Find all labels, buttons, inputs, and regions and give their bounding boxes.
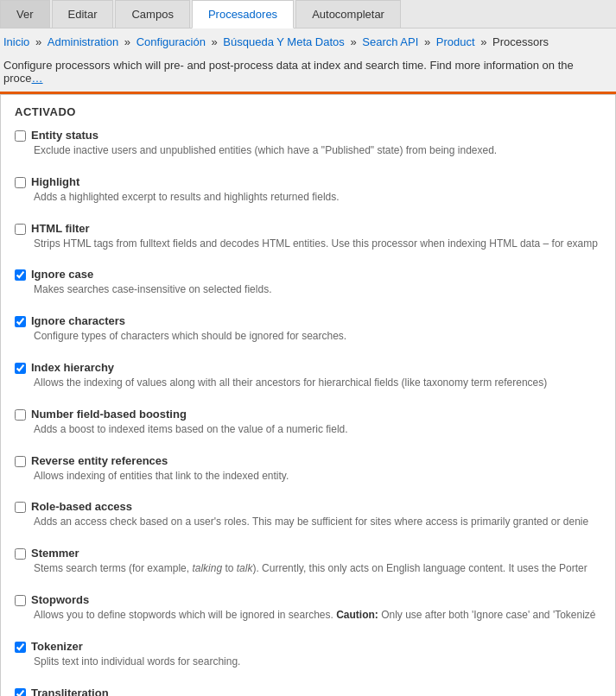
processor-html-filter: HTML filter Strips HTML tags from fullte… xyxy=(15,222,601,260)
processor-desc-ignore-characters: Configure types of characters which shou… xyxy=(34,329,601,344)
breadcrumb-configuracion[interactable]: Configuración xyxy=(137,35,206,48)
processor-ignore-case: Ignore case Makes searches case-insensit… xyxy=(15,268,601,306)
processor-desc-role-access: Adds an access check based on a user's r… xyxy=(34,515,601,529)
more-link[interactable]: … xyxy=(32,72,43,85)
processor-desc-stopwords: Allows you to define stopwords which wil… xyxy=(34,608,601,623)
tab-ver[interactable]: Ver xyxy=(0,0,50,28)
processor-name-html-filter[interactable]: HTML filter xyxy=(31,222,90,235)
breadcrumb: Inicio » Administration » Configuración … xyxy=(0,28,616,55)
processor-reverse-refs: Reverse entity references Allows indexin… xyxy=(15,454,601,492)
checkbox-number-boosting[interactable] xyxy=(15,409,26,421)
processor-stemmer: Stemmer Stems search terms (for example,… xyxy=(15,547,601,585)
processor-name-entity-status[interactable]: Entity status xyxy=(31,129,98,142)
processor-desc-reverse-refs: Allows indexing of entities that link to… xyxy=(34,469,601,484)
checkbox-ignore-characters[interactable] xyxy=(15,316,26,327)
checkbox-ignore-case[interactable] xyxy=(15,269,26,281)
processor-desc-entity-status: Exclude inactive users and unpublished e… xyxy=(34,143,601,158)
sep-6: » xyxy=(480,35,490,48)
sep-2: » xyxy=(124,35,134,48)
tab-campos[interactable]: Campos xyxy=(115,0,189,28)
checkbox-transliteration[interactable] xyxy=(15,688,26,696)
processor-ignore-characters: Ignore characters Configure types of cha… xyxy=(15,314,601,352)
processor-entity-status: Entity status Exclude inactive users and… xyxy=(15,129,601,167)
processor-name-ignore-case[interactable]: Ignore case xyxy=(31,268,93,281)
page-description: Configure processors which will pre- and… xyxy=(0,55,616,94)
checkbox-entity-status[interactable] xyxy=(15,130,26,142)
breadcrumb-busqueda[interactable]: Búsqueda Y Meta Datos xyxy=(223,35,344,48)
processor-desc-tokenizer: Splits text into individual words for se… xyxy=(34,655,601,669)
sep-5: » xyxy=(424,35,434,48)
breadcrumb-inicio[interactable]: Inicio xyxy=(3,35,29,48)
processor-highlight: Highlight Adds a highlighted excerpt to … xyxy=(15,175,601,213)
processor-desc-index-hierarchy: Allows the indexing of values along with… xyxy=(34,376,601,390)
checkbox-reverse-refs[interactable] xyxy=(15,456,26,467)
checkbox-html-filter[interactable] xyxy=(15,224,26,235)
checkbox-highlight[interactable] xyxy=(15,177,26,188)
processor-tokenizer: Tokenizer Splits text into individual wo… xyxy=(15,640,601,678)
tab-editar[interactable]: Editar xyxy=(52,0,114,28)
processor-name-tokenizer[interactable]: Tokenizer xyxy=(31,640,83,653)
processor-transliteration: Transliteration Makes searches insensiti… xyxy=(15,687,601,696)
breadcrumb-product[interactable]: Product xyxy=(436,35,475,48)
processor-desc-highlight: Adds a highlighted excerpt to results an… xyxy=(34,190,601,205)
processor-desc-html-filter: Strips HTML tags from fulltext fields an… xyxy=(34,237,601,251)
main-content: ACTIVADO Entity status Exclude inactive … xyxy=(0,94,616,696)
processor-desc-number-boosting: Adds a boost to indexed items based on t… xyxy=(34,422,601,437)
breadcrumb-administration[interactable]: Administration xyxy=(48,35,118,48)
processor-name-number-boosting[interactable]: Number field-based boosting xyxy=(31,408,187,421)
checkbox-tokenizer[interactable] xyxy=(15,642,26,653)
processor-name-transliteration[interactable]: Transliteration xyxy=(31,687,109,696)
processor-desc-ignore-case: Makes searches case-insensitive on selec… xyxy=(34,282,601,297)
processor-name-reverse-refs[interactable]: Reverse entity references xyxy=(31,454,168,467)
checkbox-stemmer[interactable] xyxy=(15,548,26,560)
tab-procesadores[interactable]: Procesadores xyxy=(192,0,294,28)
processor-name-stemmer[interactable]: Stemmer xyxy=(31,547,79,560)
processor-index-hierarchy: Index hierarchy Allows the indexing of v… xyxy=(15,361,601,399)
processor-desc-stemmer: Stems search terms (for example, talking… xyxy=(34,561,601,576)
tab-bar: Ver Editar Campos Procesadores Autocompl… xyxy=(0,0,616,28)
tab-autocompletar[interactable]: Autocompletar xyxy=(295,0,401,28)
breadcrumb-current: Processors xyxy=(492,35,549,48)
sep-1: » xyxy=(35,35,45,48)
processor-role-access: Role-based access Adds an access check b… xyxy=(15,500,601,538)
sep-4: » xyxy=(350,35,359,48)
processor-stopwords: Stopwords Allows you to define stopwords… xyxy=(15,593,601,631)
sep-3: » xyxy=(212,35,221,48)
checkbox-stopwords[interactable] xyxy=(15,595,26,606)
processor-name-ignore-characters[interactable]: Ignore characters xyxy=(31,314,125,327)
section-title: ACTIVADO xyxy=(15,105,601,118)
processor-name-highlight[interactable]: Highlight xyxy=(31,175,79,188)
breadcrumb-search-api[interactable]: Search API xyxy=(362,35,418,48)
checkbox-role-access[interactable] xyxy=(15,502,26,513)
processor-number-boosting: Number field-based boosting Adds a boost… xyxy=(15,408,601,446)
processor-name-index-hierarchy[interactable]: Index hierarchy xyxy=(31,361,114,374)
checkbox-index-hierarchy[interactable] xyxy=(15,363,26,374)
processor-name-role-access[interactable]: Role-based access xyxy=(31,500,132,513)
processor-name-stopwords[interactable]: Stopwords xyxy=(31,593,89,606)
